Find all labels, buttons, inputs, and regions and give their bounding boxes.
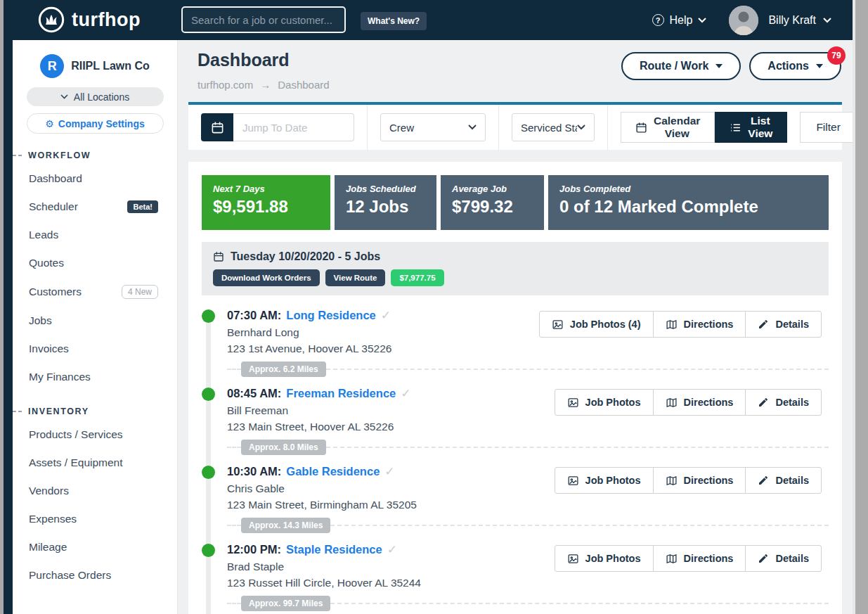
all-locations-dropdown[interactable]: All Locations xyxy=(27,87,164,106)
sidebar-item-quotes[interactable]: Quotes xyxy=(13,249,177,277)
job-row-freeman-residence: 08:45 AM:Freeman Residence✓Bill Freeman1… xyxy=(202,386,829,455)
job-time: 12:00 PM: xyxy=(227,543,281,556)
sidebar-item-dashboard[interactable]: Dashboard xyxy=(13,165,177,193)
sidebar-item-customers[interactable]: Customers4 New xyxy=(13,277,177,307)
stat-label: Jobs Completed xyxy=(559,184,817,194)
chevron-down-icon xyxy=(468,124,477,130)
sidebar-item-leads[interactable]: Leads xyxy=(13,221,177,249)
search-input[interactable] xyxy=(181,6,346,33)
scrollbar-thumb[interactable] xyxy=(855,0,868,614)
jump-to-date-input[interactable] xyxy=(233,113,354,141)
job-status-dot xyxy=(202,309,215,323)
page-scrollbar[interactable] xyxy=(853,0,868,614)
calendar-icon xyxy=(213,251,224,262)
job-residence-link[interactable]: Long Residence xyxy=(286,309,375,322)
user-avatar[interactable] xyxy=(729,6,758,35)
job-photos-button[interactable]: Job Photos xyxy=(555,389,654,416)
job-photos-button[interactable]: Job Photos xyxy=(555,545,654,572)
details-button-label: Details xyxy=(775,475,809,486)
job-address: 123 1st Avenue, Hoover AL 35226 xyxy=(227,343,829,355)
sidebar-section-label: WORKFLOW xyxy=(28,151,91,160)
company-settings-button[interactable]: ⚙ Company Settings xyxy=(27,113,164,134)
day-total-badge[interactable]: $7,977.75 xyxy=(391,269,443,286)
details-button[interactable]: Details xyxy=(745,545,822,572)
job-actions-group: Job Photos (4)DirectionsDetails xyxy=(539,311,822,338)
details-button[interactable]: Details xyxy=(745,389,822,416)
sidebar-item-purchase-orders[interactable]: Purchase Orders xyxy=(13,561,177,589)
route-work-dropdown[interactable]: Route / Work xyxy=(621,52,741,80)
directions-button[interactable]: Directions xyxy=(653,467,746,494)
job-photos-button[interactable]: Job Photos (4) xyxy=(539,311,654,338)
pencil-icon xyxy=(758,553,769,564)
sidebar-item-label: Jobs xyxy=(29,314,52,327)
directions-button[interactable]: Directions xyxy=(653,389,746,416)
breadcrumb-site[interactable]: turfhop.com xyxy=(197,79,253,91)
sidebar: R RIIPL Lawn Co All Locations ⚙ Company … xyxy=(13,40,178,614)
map-icon xyxy=(666,553,678,565)
jump-to-date-calendar-button[interactable] xyxy=(201,113,233,141)
sidebar-item-scheduler[interactable]: SchedulerBeta! xyxy=(13,193,177,221)
details-button-label: Details xyxy=(775,397,809,408)
sidebar-item-label: Dashboard xyxy=(29,172,82,185)
caret-down-icon xyxy=(816,64,823,68)
actions-dropdown[interactable]: Actions 79 xyxy=(749,52,841,80)
sidebar-item-jobs[interactable]: Jobs xyxy=(13,307,177,335)
download-work-orders-button[interactable]: Download Work Orders xyxy=(213,269,320,286)
calendar-view-button[interactable]: Calendar View xyxy=(621,112,715,143)
sidebar-item-expenses[interactable]: Expenses xyxy=(13,505,177,533)
stat-value: 0 of 12 Marked Complete xyxy=(559,197,817,217)
job-residence-link[interactable]: Freeman Residence xyxy=(286,387,396,400)
list-view-button[interactable]: List View xyxy=(715,112,787,143)
stat-tile-next-7-days: Next 7 Days$9,591.88 xyxy=(202,175,330,230)
actions-label: Actions xyxy=(767,60,809,72)
sidebar-section-label: INVENTORY xyxy=(28,407,89,416)
check-icon: ✓ xyxy=(387,542,397,557)
breadcrumb-page: Dashboard xyxy=(278,79,329,91)
serviced-status-select[interactable]: Serviced Status xyxy=(512,113,595,141)
sidebar-item-assets-equipment[interactable]: Assets / Equipment xyxy=(13,449,177,477)
turfhop-logo[interactable]: turfhop xyxy=(37,6,141,34)
filter-button[interactable]: Filter xyxy=(800,112,853,143)
sidebar-item-my-finances[interactable]: My Finances xyxy=(13,363,177,391)
chevron-down-icon xyxy=(698,18,706,23)
job-time: 08:45 AM: xyxy=(227,387,281,400)
calendar-icon xyxy=(211,121,224,134)
user-menu[interactable]: Billy Kraft xyxy=(768,14,831,27)
job-photos-button[interactable]: Job Photos xyxy=(555,467,654,494)
breadcrumb: turfhop.com → Dashboard xyxy=(197,79,833,91)
job-row-staple-residence: 12:00 PM:Staple Residence✓Brad Staple123… xyxy=(202,542,829,611)
details-button[interactable]: Details xyxy=(745,311,822,338)
job-time: 07:30 AM: xyxy=(227,309,281,322)
sidebar-item-mileage[interactable]: Mileage xyxy=(13,533,177,561)
crew-select[interactable]: Crew xyxy=(380,113,486,141)
page-header: Dashboard turfhop.com → Dashboard Route … xyxy=(178,40,853,102)
map-icon xyxy=(666,475,678,487)
photo-icon xyxy=(552,319,564,331)
job-residence-link[interactable]: Gable Residence xyxy=(286,465,380,478)
sidebar-item-products-services[interactable]: Products / Services xyxy=(13,421,177,449)
stat-value: $799.32 xyxy=(452,197,533,217)
directions-button-label: Directions xyxy=(684,475,734,486)
view-route-button[interactable]: View Route xyxy=(325,269,386,286)
pencil-icon xyxy=(758,319,769,330)
directions-button[interactable]: Directions xyxy=(653,545,746,572)
details-button[interactable]: Details xyxy=(745,467,822,494)
whats-new-button[interactable]: What's New? xyxy=(361,12,427,30)
directions-button[interactable]: Directions xyxy=(653,311,746,338)
miles-separator: Approx. 14.3 Miles xyxy=(227,518,829,533)
dash-line xyxy=(326,447,829,448)
sidebar-item-label: Customers xyxy=(29,286,82,298)
help-menu[interactable]: ? Help xyxy=(652,14,707,27)
job-actions-group: Job PhotosDirectionsDetails xyxy=(555,545,822,572)
sidebar-section-workflow: WORKFLOW xyxy=(13,151,177,160)
job-photos-button-label: Job Photos xyxy=(585,553,641,564)
check-icon: ✓ xyxy=(384,464,394,479)
job-residence-link[interactable]: Staple Residence xyxy=(286,543,382,556)
actions-count-badge: 79 xyxy=(827,46,846,65)
stat-label: Jobs Scheduled xyxy=(346,184,425,194)
sidebar-item-vendors[interactable]: Vendors xyxy=(13,477,177,505)
crew-select-value: Crew xyxy=(389,122,414,134)
sidebar-item-invoices[interactable]: Invoices xyxy=(13,335,177,363)
dash-line xyxy=(227,603,241,604)
directions-button-label: Directions xyxy=(684,397,734,408)
